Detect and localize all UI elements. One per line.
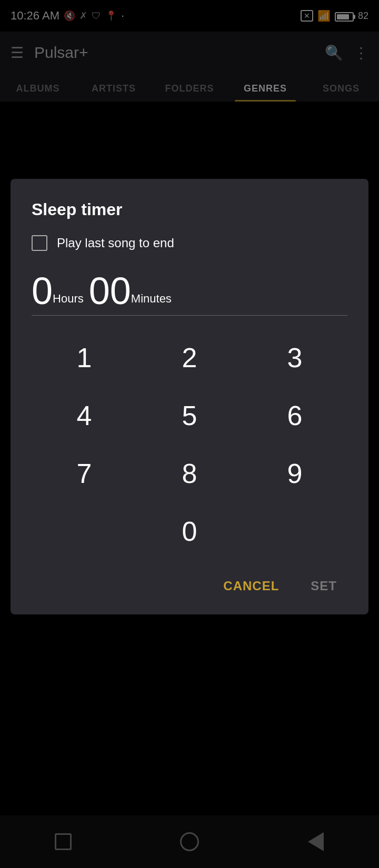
numpad-row-1: 1 2 3 (32, 331, 347, 384)
set-button[interactable]: SET (300, 573, 347, 599)
numpad: 1 2 3 4 5 6 7 8 9 0 (32, 331, 347, 558)
timer-display: 0 Hours 00 Minutes (32, 272, 347, 316)
sleep-timer-dialog: Sleep timer Play last song to end 0 Hour… (11, 179, 368, 614)
numpad-key-8[interactable]: 8 (142, 447, 237, 500)
numpad-key-0[interactable]: 0 (142, 505, 237, 558)
play-last-song-label: Play last song to end (57, 236, 174, 250)
play-last-song-checkbox[interactable] (32, 235, 47, 251)
timer-minutes-label: Minutes (131, 292, 172, 306)
numpad-key-3[interactable]: 3 (247, 331, 342, 384)
numpad-key-6[interactable]: 6 (247, 389, 342, 442)
dialog-actions: CANCEL SET (32, 568, 347, 599)
numpad-row-3: 7 8 9 (32, 447, 347, 500)
timer-minutes: 00 (89, 272, 131, 310)
numpad-key-7[interactable]: 7 (37, 447, 132, 500)
numpad-row-2: 4 5 6 (32, 389, 347, 442)
numpad-key-4[interactable]: 4 (37, 389, 132, 442)
timer-hours: 0 (32, 272, 53, 310)
dialog-overlay: Sleep timer Play last song to end 0 Hour… (0, 0, 379, 868)
cancel-button[interactable]: CANCEL (213, 573, 290, 599)
play-last-song-row[interactable]: Play last song to end (32, 235, 347, 251)
numpad-row-4: 0 (32, 505, 347, 558)
numpad-key-2[interactable]: 2 (142, 331, 237, 384)
numpad-key-5[interactable]: 5 (142, 389, 237, 442)
timer-hours-label: Hours (53, 292, 84, 306)
numpad-key-1[interactable]: 1 (37, 331, 132, 384)
dialog-title: Sleep timer (32, 200, 347, 219)
numpad-key-9[interactable]: 9 (247, 447, 342, 500)
